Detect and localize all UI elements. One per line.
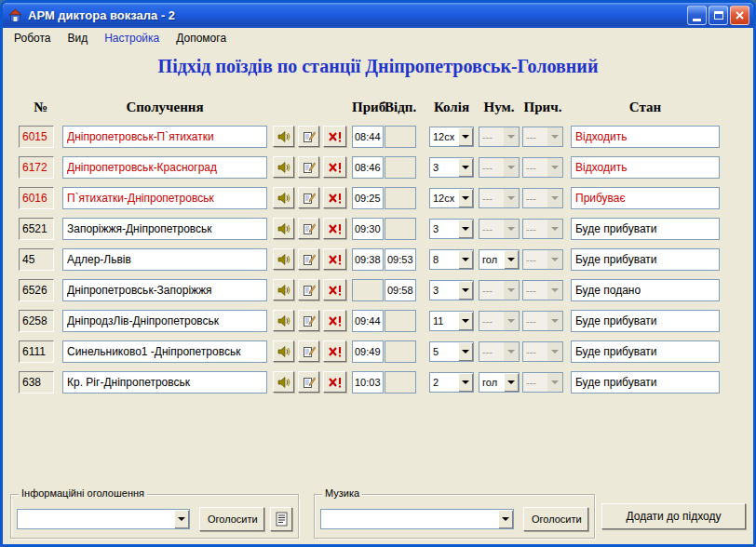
route-field[interactable] — [62, 340, 267, 363]
edit-button[interactable] — [298, 156, 319, 178]
track-combo[interactable]: 12сх — [429, 188, 474, 208]
announce-info-button[interactable]: Оголосити — [199, 507, 264, 531]
cancel-announce-button[interactable] — [323, 279, 346, 300]
arrival-time-field[interactable] — [352, 126, 384, 148]
status-field[interactable] — [571, 248, 720, 271]
dropdown-arrow-icon[interactable] — [458, 189, 473, 207]
track-combo[interactable]: 2 — [429, 372, 474, 393]
route-field[interactable] — [62, 279, 267, 301]
announce-button[interactable] — [273, 126, 294, 147]
dropdown-arrow-icon[interactable] — [504, 373, 519, 392]
arrival-time-field[interactable] — [352, 310, 384, 332]
announce-button[interactable] — [273, 371, 294, 393]
status-field[interactable] — [571, 371, 720, 394]
edit-button[interactable] — [298, 218, 319, 239]
dropdown-arrow-icon[interactable] — [458, 127, 473, 146]
dropdown-arrow-icon[interactable] — [458, 373, 473, 392]
dropdown-arrow-icon[interactable] — [458, 342, 473, 361]
route-field[interactable] — [62, 187, 267, 209]
announce-button[interactable] — [273, 248, 294, 270]
departure-time-field[interactable] — [385, 371, 416, 394]
track-combo[interactable]: 5 — [429, 341, 474, 362]
departure-time-field[interactable] — [385, 340, 416, 363]
cancel-announce-button[interactable] — [323, 248, 346, 270]
edit-button[interactable] — [298, 371, 319, 393]
edit-button[interactable] — [298, 310, 319, 331]
titlebar[interactable]: АРМ диктора вокзала - 2 — [3, 3, 753, 28]
departure-time-field[interactable] — [385, 310, 416, 332]
dropdown-arrow-icon[interactable] — [458, 281, 473, 300]
track-combo[interactable]: 3 — [429, 219, 474, 239]
arrival-time-field[interactable] — [352, 371, 384, 394]
arrival-time-field[interactable] — [352, 187, 384, 209]
route-field[interactable] — [62, 248, 267, 271]
track-combo[interactable]: 11 — [429, 311, 474, 331]
dropdown-arrow-icon[interactable] — [174, 510, 189, 528]
arrival-time-field[interactable] — [352, 218, 384, 240]
arrival-time-field[interactable] — [352, 156, 384, 179]
announce-music-button[interactable]: Оголосити — [523, 507, 588, 531]
add-to-approach-button[interactable]: Додати до підходу — [601, 503, 746, 529]
menu-dopomoga[interactable]: Допомога — [168, 30, 235, 47]
cancel-announce-button[interactable] — [323, 371, 346, 393]
announce-button[interactable] — [273, 218, 294, 239]
track-combo[interactable]: 3 — [429, 280, 474, 300]
dropdown-arrow-icon[interactable] — [458, 312, 473, 330]
dropdown-arrow-icon[interactable] — [458, 220, 473, 238]
status-field[interactable] — [571, 310, 720, 332]
status-field[interactable] — [571, 126, 720, 148]
cancel-announce-button[interactable] — [323, 126, 346, 147]
route-field[interactable] — [62, 156, 267, 179]
numeration-combo[interactable]: гол — [479, 249, 520, 270]
announcement-list-button[interactable] — [270, 507, 292, 531]
announce-button[interactable] — [273, 340, 294, 362]
edit-button[interactable] — [298, 126, 319, 147]
numeration-combo[interactable]: гол — [479, 372, 520, 393]
departure-time-field[interactable] — [385, 126, 416, 148]
track-combo[interactable]: 8 — [429, 249, 474, 270]
edit-button[interactable] — [298, 187, 319, 208]
announce-button[interactable] — [273, 279, 294, 300]
edit-button[interactable] — [298, 279, 319, 300]
departure-time-field[interactable] — [385, 279, 416, 301]
minimize-button[interactable] — [687, 6, 707, 25]
edit-button[interactable] — [298, 340, 319, 362]
status-field[interactable] — [571, 340, 720, 363]
status-field[interactable] — [571, 218, 720, 240]
route-field[interactable] — [62, 310, 267, 332]
announcement-combo[interactable] — [17, 509, 190, 529]
dropdown-arrow-icon[interactable] — [498, 510, 513, 528]
maximize-button[interactable] — [709, 6, 728, 25]
cancel-announce-button[interactable] — [323, 187, 346, 208]
menu-vyd[interactable]: Вид — [59, 30, 96, 47]
cancel-announce-button[interactable] — [323, 218, 346, 239]
route-field[interactable] — [62, 371, 267, 394]
menu-nastroika[interactable]: Настройка — [96, 30, 168, 47]
dropdown-arrow-icon[interactable] — [458, 250, 473, 269]
route-field[interactable] — [62, 126, 267, 148]
arrival-time-field[interactable] — [352, 248, 384, 271]
departure-time-field[interactable] — [385, 248, 416, 271]
status-field[interactable] — [571, 187, 720, 209]
status-field[interactable] — [571, 279, 720, 301]
edit-button[interactable] — [298, 248, 319, 270]
arrival-time-field[interactable] — [352, 340, 384, 363]
menu-robota[interactable]: Робота — [6, 30, 59, 47]
announce-button[interactable] — [273, 156, 294, 178]
dropdown-arrow-icon[interactable] — [458, 158, 473, 177]
announce-button[interactable] — [273, 187, 294, 208]
departure-time-field[interactable] — [385, 156, 416, 179]
track-combo[interactable]: 3 — [429, 157, 474, 178]
music-combo[interactable] — [320, 509, 514, 529]
close-button[interactable] — [730, 6, 749, 25]
departure-time-field[interactable] — [385, 187, 416, 209]
cancel-announce-button[interactable] — [323, 156, 346, 178]
track-combo[interactable]: 12сх — [429, 127, 474, 147]
dropdown-arrow-icon[interactable] — [504, 250, 519, 269]
arrival-time-field[interactable] — [352, 279, 384, 301]
route-field[interactable] — [62, 218, 267, 240]
announce-button[interactable] — [273, 310, 294, 331]
departure-time-field[interactable] — [385, 218, 416, 240]
cancel-announce-button[interactable] — [323, 310, 346, 331]
cancel-announce-button[interactable] — [323, 340, 346, 362]
